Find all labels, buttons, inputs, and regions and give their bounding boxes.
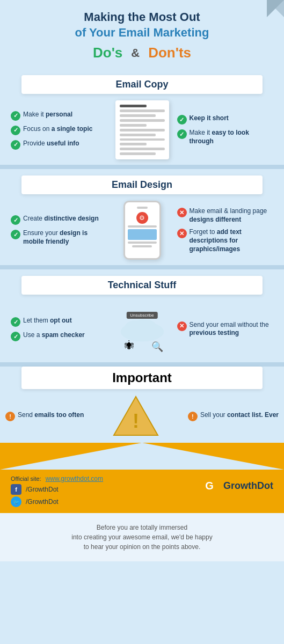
point-text: Send your email without the previous tes… xyxy=(190,321,274,338)
growthdot-logo-icon: G xyxy=(199,475,220,496)
twitter-handle: /GrowthDot xyxy=(26,498,59,506)
footer-main-row: Official site: www.growthdot.com f /Grow… xyxy=(11,475,273,513)
official-site-label: Official site: xyxy=(11,475,41,482)
technical-stuff-title: Technical Stuff xyxy=(21,280,263,291)
warning-icon: ! xyxy=(188,412,198,421)
document-icon xyxy=(115,100,169,159)
point-text: Keep it short xyxy=(190,114,229,123)
list-item: ✓ Focus on a single topic xyxy=(11,125,107,135)
dos-label: Do's xyxy=(93,45,122,61)
twitter-icon: 🐦 xyxy=(11,496,21,507)
envelope-left-flap xyxy=(0,443,142,470)
check-icon: ✓ xyxy=(177,115,187,125)
important-banner: Important xyxy=(21,367,263,389)
technical-stuff-content: ✓ Let them opt out ✓ Use a spam checker … xyxy=(0,298,284,362)
dos-donts-row: Do's & Don'ts xyxy=(11,40,273,63)
check-icon: ✓ xyxy=(11,230,20,239)
point-text: Make email & landing page designs differ… xyxy=(190,207,274,224)
check-icon: ✓ xyxy=(11,317,20,327)
email-design-content: ✓ Create distinctive design ✓ Ensure you… xyxy=(0,197,284,265)
point-text: Forget to add text descriptions for grap… xyxy=(190,228,274,253)
unsubscribe-label: Unsubscribe xyxy=(126,312,157,319)
avatar: ⚙ xyxy=(136,212,148,224)
warning-icon: ! xyxy=(5,412,15,421)
list-item: ✕ Forget to add text descriptions for gr… xyxy=(177,228,274,253)
list-item: ✕ Make email & landing page designs diff… xyxy=(177,207,274,224)
check-icon: ✓ xyxy=(177,129,187,139)
facebook-handle: /GrowthDot xyxy=(26,486,59,493)
list-item: ✕ Send your email without the previous t… xyxy=(177,321,274,338)
point-text: Sell your contact list. Ever xyxy=(200,411,279,420)
list-item: ✓ Keep it short xyxy=(177,114,274,125)
twitter-row: 🐦 /GrowthDot xyxy=(11,496,103,507)
page-fold xyxy=(267,0,284,17)
footer-tagline: Before you are totally immersed into cre… xyxy=(11,518,273,556)
email-design-banner: Email Design xyxy=(21,175,263,194)
technical-left-points: ✓ Let them opt out ✓ Use a spam checker xyxy=(11,317,110,341)
important-title: Important xyxy=(21,370,263,385)
facebook-icon: f xyxy=(11,484,21,495)
point-text: Ensure your design is mobile friendly xyxy=(23,229,107,246)
official-site-url[interactable]: www.growthdot.com xyxy=(46,475,103,482)
email-copy-content: ✓ Make it personal ✓ Focus on a single t… xyxy=(0,97,284,165)
cross-icon: ✕ xyxy=(177,321,187,331)
envelope-flap xyxy=(0,443,284,470)
facebook-row: f /GrowthDot xyxy=(11,484,103,495)
list-item: ✓ Ensure your design is mobile friendly xyxy=(11,229,107,246)
point-text: Make it personal xyxy=(23,111,72,119)
important-content: ! Send emails too often ! ! Sell your co… xyxy=(0,394,284,437)
footer-envelope: Official site: www.growthdot.com f /Grow… xyxy=(0,470,284,561)
main-card: Making the Most Out of Your Email Market… xyxy=(0,0,284,644)
point-text: Provide useful info xyxy=(23,140,79,148)
phone-icon: ⚙ xyxy=(123,201,161,260)
email-copy-right-points: ✓ Keep it short ✓ Make it easy to look t… xyxy=(174,114,274,145)
important-section: Important ! Send emails too often ! ! Se… xyxy=(0,367,284,470)
triangle-svg: ! xyxy=(112,394,160,437)
warning-triangle-illustration: ! xyxy=(112,394,160,437)
email-copy-banner: Email Copy xyxy=(21,75,263,94)
point-text: Create distinctive design xyxy=(23,215,99,223)
technical-illustration: Unsubscribe 🕷 🔍 xyxy=(110,302,174,356)
svg-text:!: ! xyxy=(133,410,139,432)
list-item: ! Sell your contact list. Ever xyxy=(188,411,279,421)
check-icon: ✓ xyxy=(11,215,20,225)
official-site-row: Official site: www.growthdot.com xyxy=(11,475,103,482)
check-icon: ✓ xyxy=(11,111,20,121)
check-icon: ✓ xyxy=(11,126,20,135)
list-item: ✓ Let them opt out xyxy=(11,317,107,327)
envelope-right-flap xyxy=(142,443,284,470)
list-item: ✓ Create distinctive design xyxy=(11,215,107,225)
point-text: Make it easy to look through xyxy=(190,129,274,145)
email-copy-illustration xyxy=(110,100,174,159)
email-design-title: Email Design xyxy=(21,179,263,191)
main-title: Making the Most Out of Your Email Market… xyxy=(11,10,273,40)
spider-icon: 🕷 xyxy=(125,340,134,352)
header: Making the Most Out of Your Email Market… xyxy=(0,0,284,69)
point-text: Send emails too often xyxy=(18,411,84,420)
list-item: ! Send emails too often xyxy=(5,411,84,421)
point-text: Let them opt out xyxy=(23,317,72,325)
svg-point-3 xyxy=(132,319,152,334)
donts-label: Don'ts xyxy=(148,45,191,61)
point-text: Focus on a single topic xyxy=(23,125,92,134)
email-design-left-points: ✓ Create distinctive design ✓ Ensure you… xyxy=(11,215,110,246)
footer-tagline-block: Before you are totally immersed into cre… xyxy=(0,513,284,561)
magnifier-icon: 🔍 xyxy=(151,341,163,353)
list-item: ✓ Make it personal xyxy=(11,111,107,121)
ampersand: & xyxy=(131,46,140,60)
technical-right-points: ✕ Send your email without the previous t… xyxy=(174,321,274,338)
technical-stuff-banner: Technical Stuff xyxy=(21,276,263,295)
cloud-icon: Unsubscribe 🕷 🔍 xyxy=(113,302,172,356)
point-text: Use a spam checker xyxy=(23,331,85,340)
email-design-illustration: ⚙ xyxy=(110,201,174,260)
email-design-right-points: ✕ Make email & landing page designs diff… xyxy=(174,207,274,253)
list-item: ✓ Use a spam checker xyxy=(11,331,107,341)
cross-icon: ✕ xyxy=(177,229,187,238)
email-copy-left-points: ✓ Make it personal ✓ Focus on a single t… xyxy=(11,111,110,150)
list-item: ✓ Provide useful info xyxy=(11,140,107,150)
check-icon: ✓ xyxy=(11,332,20,341)
list-item: ✓ Make it easy to look through xyxy=(177,129,274,145)
email-copy-title: Email Copy xyxy=(21,79,263,90)
social-links-block: Official site: www.growthdot.com f /Grow… xyxy=(11,475,103,509)
logo-block: G GrowthDot xyxy=(199,475,273,496)
